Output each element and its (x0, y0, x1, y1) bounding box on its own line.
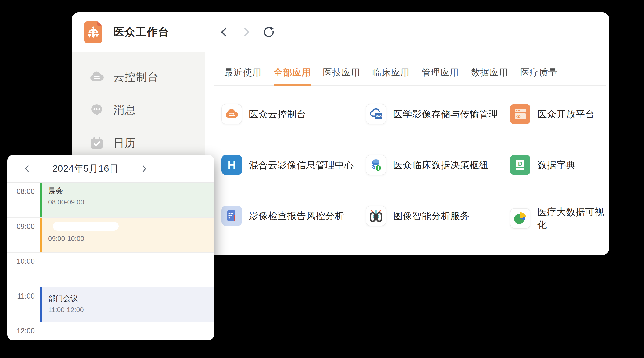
app-item-cloud-console[interactable]: 医众云控制台 (222, 104, 366, 124)
tab-medical-quality[interactable]: 医疗质量 (520, 66, 558, 86)
refresh-icon (263, 26, 275, 38)
time-label: 12:00 (8, 322, 40, 340)
app-grid: 医众云控制台 Mos 医学影像存储与传输管理 (205, 104, 609, 255)
app-label: 混合云影像信息管理中心 (249, 159, 354, 172)
tab-recently-used[interactable]: 最近使用 (224, 66, 262, 86)
calendar-grid: 08:00 晨会 08:00-09:00 09:00 09:00-10:00 1… (8, 182, 214, 340)
cloud-icon (89, 71, 104, 83)
calendar-event-redacted[interactable]: 09:00-10:00 (40, 218, 214, 252)
clinical-data-icon (366, 155, 386, 175)
chevron-right-icon (141, 164, 148, 173)
refresh-button[interactable] (263, 25, 275, 38)
forward-button[interactable] (240, 25, 252, 38)
app-item-image-ai-service[interactable]: 图像智能分析服务 (366, 206, 510, 226)
app-item-clinical-data-hub[interactable]: 医众临床数据决策枢纽 (366, 155, 510, 175)
calendar-row: 08:00 晨会 08:00-09:00 (8, 182, 214, 217)
app-item-big-data-visualization[interactable]: 医疗大数据可视化 (510, 206, 609, 231)
sidebar-item-messages[interactable]: 消息 (72, 99, 205, 121)
chevron-left-icon (220, 26, 229, 38)
h-glyph: H (228, 159, 236, 172)
lungs-icon (366, 206, 386, 226)
app-title: 医众工作台 (113, 25, 169, 39)
svg-text:Mos: Mos (376, 114, 382, 118)
sidebar-item-label: 消息 (113, 103, 136, 117)
event-time: 09:00-10:00 (48, 235, 214, 243)
window-header: 医众工作台 (72, 12, 609, 52)
event-title-placeholder (53, 222, 119, 231)
app-item-report-risk-analysis[interactable]: ! 影像检查报告风控分析 (222, 206, 366, 226)
back-button[interactable] (218, 25, 230, 38)
app-item-open-platform[interactable]: </> 医众开放平台 (510, 104, 609, 124)
calendar-row: 10:00 (8, 252, 214, 287)
time-label: 11:00 (8, 287, 40, 322)
app-label: 数据字典 (538, 159, 576, 172)
calendar-next-button[interactable] (139, 164, 149, 174)
app-label: 图像智能分析服务 (393, 209, 470, 222)
tab-management-apps[interactable]: 管理应用 (422, 66, 459, 86)
hybrid-cloud-icon: H (222, 155, 242, 175)
svg-text:D: D (518, 160, 522, 167)
message-icon (89, 103, 104, 117)
event-time: 08:00-09:00 (48, 198, 214, 206)
event-time: 11:00-12:00 (48, 306, 214, 314)
chevron-right-icon (242, 26, 251, 38)
calendar-icon (89, 137, 104, 149)
sidebar-item-label: 云控制台 (113, 70, 159, 84)
app-label: 影像检查报告风控分析 (249, 209, 344, 222)
cloud-console-icon (222, 104, 242, 124)
calendar-prev-button[interactable] (22, 164, 32, 174)
calendar-row: 09:00 09:00-10:00 (8, 217, 214, 252)
app-label: 医学影像存储与传输管理 (393, 108, 498, 121)
content-area: 最近使用 全部应用 医技应用 临床应用 管理应用 数据应用 医疗质量 (205, 52, 609, 254)
time-label: 08:00 (8, 182, 40, 217)
svg-text:!: ! (233, 213, 236, 223)
time-label: 10:00 (8, 253, 40, 287)
app-logo-icon (82, 20, 104, 44)
sidebar-item-calendar[interactable]: 日历 (72, 132, 205, 154)
time-label: 09:00 (8, 218, 40, 252)
app-label: 医众云控制台 (249, 108, 306, 121)
chevron-left-icon (24, 164, 30, 173)
app-label: 医疗大数据可视化 (538, 206, 609, 231)
calendar-date-label: 2024年5月16日 (32, 162, 139, 175)
calendar-row: 12:00 (8, 322, 214, 340)
calendar-header: 2024年5月16日 (8, 155, 214, 182)
mos-cloud-icon: Mos (366, 104, 386, 124)
tab-medtech-apps[interactable]: 医技应用 (323, 66, 360, 86)
tab-all-apps[interactable]: 全部应用 (274, 66, 311, 86)
event-title: 晨会 (48, 186, 214, 196)
app-label: 医众临床数据决策枢纽 (393, 159, 488, 172)
app-item-hybrid-cloud-center[interactable]: H 混合云影像信息管理中心 (222, 155, 366, 175)
event-title: 部门会议 (48, 293, 214, 304)
nav-controls (218, 25, 275, 38)
sidebar-item-cloud-console[interactable]: 云控制台 (72, 66, 205, 88)
open-platform-icon: </> (510, 104, 530, 124)
calendar-panel: 2024年5月16日 08:00 晨会 08:00-09:00 09:00 09… (8, 155, 214, 340)
pie-chart-icon (510, 208, 530, 229)
tab-bar: 最近使用 全部应用 医技应用 临床应用 管理应用 数据应用 医疗质量 (214, 66, 606, 86)
app-item-image-storage[interactable]: Mos 医学影像存储与传输管理 (366, 104, 510, 124)
svg-text:</>: </> (516, 114, 522, 119)
app-label: 医众开放平台 (538, 108, 595, 121)
calendar-event-department-meeting[interactable]: 部门会议 11:00-12:00 (40, 287, 214, 322)
calendar-row: 11:00 部门会议 11:00-12:00 (8, 287, 214, 322)
tab-data-apps[interactable]: 数据应用 (471, 66, 508, 86)
data-dictionary-icon: D (510, 155, 530, 175)
report-risk-icon: ! (222, 206, 242, 226)
sidebar-item-label: 日历 (113, 136, 136, 150)
tab-clinical-apps[interactable]: 临床应用 (372, 66, 410, 86)
calendar-event-morning-meeting[interactable]: 晨会 08:00-09:00 (40, 182, 214, 217)
app-item-data-dictionary[interactable]: D 数据字典 (510, 155, 609, 175)
